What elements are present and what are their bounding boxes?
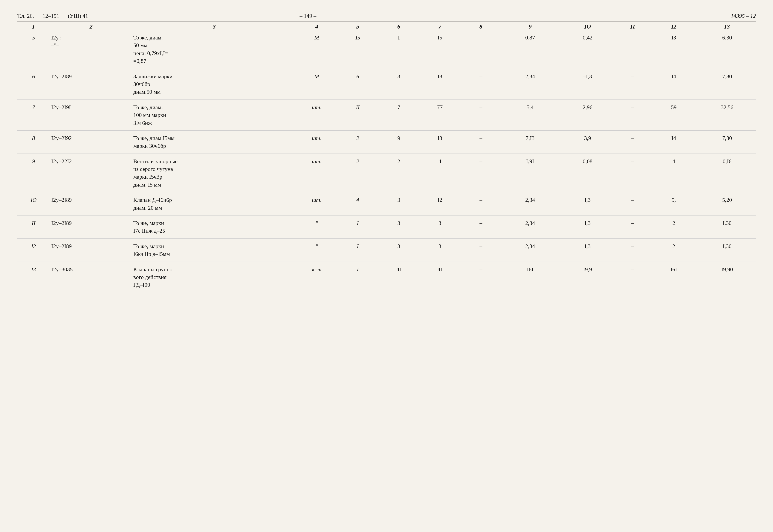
cell-row1-col1: 5 (17, 31, 50, 68)
cell-row4-col3: То же, диам.I5мм марки 30ч6бр (132, 130, 296, 152)
cell-row4-col9: 7,I3 (502, 130, 559, 152)
col-header-12: I2 (649, 22, 699, 31)
col-header-1: I (17, 22, 50, 31)
cell-row9-col2: I2у–3035 (50, 262, 132, 292)
cell-row2-col1: 6 (17, 69, 50, 99)
cell-row6-col10: I,3 (559, 192, 616, 214)
col-header-7: 7 (420, 22, 461, 31)
cell-row3-col7: 77 (420, 99, 461, 130)
cell-row7-col12: 2 (649, 216, 699, 238)
cell-row5-col3: Вентили запорные из серого чугуна марки … (132, 154, 296, 191)
cell-row5-col9: I,9I (502, 154, 559, 191)
column-headers: I 2 3 4 5 6 7 8 9 IO II I2 I3 (17, 22, 756, 31)
cell-row9-col1: I3 (17, 262, 50, 292)
cell-row7-col5: I (337, 216, 378, 238)
cell-row2-col4: М (296, 69, 337, 99)
cell-row5-col8: – (461, 154, 502, 191)
cell-row5-col7: 4 (420, 154, 461, 191)
header-num: 12–151 (42, 13, 59, 19)
cell-row6-col3: Клапан Д–I6и6р диам. 20 мм (132, 192, 296, 214)
cell-row9-col3: Клапаны группо- вого действия ГД–I00 (132, 262, 296, 292)
cell-row9-col13: I9,90 (698, 262, 756, 292)
cell-row2-col2: I2у–2I89 (50, 69, 132, 99)
cell-row4-col8: – (461, 130, 502, 152)
cell-row3-col12: 59 (649, 99, 699, 130)
cell-row4-col12: I4 (649, 130, 699, 152)
col-header-9: 9 (502, 22, 559, 31)
table-row: 9I2у–22I2Вентили запорные из серого чугу… (17, 154, 756, 191)
col-header-11: II (616, 22, 649, 31)
cell-row5-col1: 9 (17, 154, 50, 191)
cell-row8-col13: I,30 (698, 238, 756, 261)
cell-row1-col11: – (616, 31, 649, 68)
cell-row9-col5: I (337, 262, 378, 292)
cell-row9-col9: I6I (502, 262, 559, 292)
header-section: Т.л. 26. 12–151 (УШ) 41 – 149 – 14395 – … (17, 13, 756, 21)
cell-row3-col5: II (337, 99, 378, 130)
cell-row4-col6: 9 (378, 130, 419, 152)
cell-row9-col7: 4I (420, 262, 461, 292)
cell-row2-col5: 6 (337, 69, 378, 99)
cell-row5-col6: 2 (378, 154, 419, 191)
cell-row7-col11: – (616, 216, 649, 238)
cell-row8-col6: 3 (378, 238, 419, 261)
cell-row1-col4: М (296, 31, 337, 68)
cell-row6-col1: IO (17, 192, 50, 214)
cell-row5-col4: шт. (296, 154, 337, 191)
cell-row2-col13: 7,80 (698, 69, 756, 99)
cell-row3-col9: 5,4 (502, 99, 559, 130)
table-row: I3I2у–3035Клапаны группо- вого действия … (17, 262, 756, 292)
cell-row8-col8: – (461, 238, 502, 261)
cell-row8-col11: – (616, 238, 649, 261)
cell-row1-col9: 0,87 (502, 31, 559, 68)
cell-row2-col9: 2,34 (502, 69, 559, 99)
header-tp: Т.л. 26. (17, 13, 34, 19)
cell-row4-col2: I2у–2I92 (50, 130, 132, 152)
cell-row4-col13: 7,80 (698, 130, 756, 152)
cell-row8-col7: 3 (420, 238, 461, 261)
cell-row7-col2: I2у–2I89 (50, 216, 132, 238)
cell-row6-col9: 2,34 (502, 192, 559, 214)
cell-row6-col13: 5,20 (698, 192, 756, 214)
cell-row2-col3: Задвижки марки 30ч6бр диам.50 мм (132, 69, 296, 99)
cell-row9-col4: к–т (296, 262, 337, 292)
cell-row8-col12: 2 (649, 238, 699, 261)
cell-row1-col2: I2у : –"– (50, 31, 132, 68)
cell-row8-col2: I2у–2I89 (50, 238, 132, 261)
cell-row8-col9: 2,34 (502, 238, 559, 261)
col-header-5: 5 (337, 22, 378, 31)
cell-row6-col7: I2 (420, 192, 461, 214)
cell-row2-col10: –I,3 (559, 69, 616, 99)
cell-row1-col12: I3 (649, 31, 699, 68)
header-code: (УШ) 41 (68, 13, 88, 19)
cell-row7-col13: I,30 (698, 216, 756, 238)
cell-row7-col3: То же, марки I7с IIнж д–25 (132, 216, 296, 238)
cell-row3-col6: 7 (378, 99, 419, 130)
cell-row7-col6: 3 (378, 216, 419, 238)
cell-row1-col3: То же, диам. 50 мм цена: 0,79хI,I= =0,87 (132, 31, 296, 68)
col-header-6: 6 (378, 22, 419, 31)
cell-row4-col10: 3,9 (559, 130, 616, 152)
cell-row1-col10: 0,42 (559, 31, 616, 68)
cell-row4-col5: 2 (337, 130, 378, 152)
cell-row9-col8: – (461, 262, 502, 292)
cell-row8-col5: I (337, 238, 378, 261)
cell-row5-col2: I2у–22I2 (50, 154, 132, 191)
cell-row3-col1: 7 (17, 99, 50, 130)
cell-row2-col11: – (616, 69, 649, 99)
col-header-8: 8 (461, 22, 502, 31)
cell-row3-col4: шт. (296, 99, 337, 130)
cell-row1-col5: I5 (337, 31, 378, 68)
cell-row2-col8: – (461, 69, 502, 99)
cell-row4-col1: 8 (17, 130, 50, 152)
cell-row2-col12: I4 (649, 69, 699, 99)
col-header-4: 4 (296, 22, 337, 31)
cell-row1-col13: 6,30 (698, 31, 756, 68)
col-header-2: 2 (50, 22, 132, 31)
table-row: 5I2у : –"–То же, диам. 50 мм цена: 0,79х… (17, 31, 756, 68)
cell-row8-col10: I,3 (559, 238, 616, 261)
cell-row8-col3: То же, марки I6кч IIр д–I5мм (132, 238, 296, 261)
cell-row6-col6: 3 (378, 192, 419, 214)
cell-row3-col10: 2,96 (559, 99, 616, 130)
cell-row5-col12: 4 (649, 154, 699, 191)
